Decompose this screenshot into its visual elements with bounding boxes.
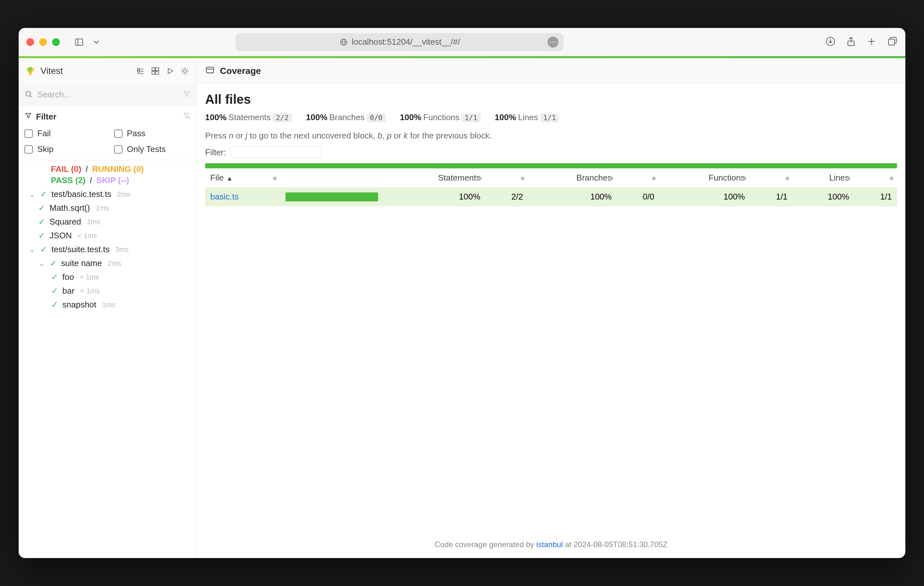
check-icon: ✓: [40, 189, 48, 199]
col-lines-frac[interactable]: ◆: [854, 168, 897, 187]
tree-test[interactable]: ✓ Squared 1ms: [19, 215, 196, 229]
cell-func-pct: 100%: [659, 187, 750, 206]
svg-rect-18: [156, 67, 158, 70]
tree-suite[interactable]: ⌄ ✓ suite name 2ms: [19, 256, 196, 270]
svg-line-32: [30, 95, 31, 97]
status-skip: SKIP (--): [96, 175, 129, 185]
check-icon: ✓: [51, 300, 58, 310]
chevron-down-icon[interactable]: [91, 36, 102, 48]
search-bar: [19, 84, 196, 106]
coverage-body: All files 100%Statements2/2 100%Branches…: [197, 84, 905, 206]
tree-test[interactable]: ✓ Math.sqrt() 1ms: [19, 201, 196, 215]
coverage-icon: [205, 66, 215, 76]
col-lines[interactable]: Lines◆: [793, 168, 855, 187]
filter-fail-check[interactable]: Fail: [25, 128, 101, 138]
search-icon: [25, 90, 33, 100]
svg-rect-13: [138, 70, 140, 72]
clear-filter-icon[interactable]: [182, 112, 191, 122]
browser-right-actions: [825, 36, 898, 48]
minimize-window-button[interactable]: [39, 38, 47, 46]
svg-point-22: [183, 69, 186, 72]
tree-test[interactable]: ✓ snapshot 1ms: [19, 298, 196, 312]
sidebar-toggle-icon[interactable]: [73, 36, 85, 48]
reader-badge-icon[interactable]: ⋯: [548, 37, 558, 48]
status-running: RUNNING (0): [92, 164, 144, 174]
coverage-filter-input[interactable]: [231, 146, 320, 158]
cell-stat-pct: 100%: [383, 187, 485, 206]
col-branches-frac[interactable]: ◆: [617, 168, 660, 187]
tree-file[interactable]: ⌄ ✓ test/basic.test.ts 2ms: [19, 187, 196, 201]
browser-toolbar: localhost:51204/__vitest__/#/ ⋯: [19, 28, 905, 56]
col-file[interactable]: File▲◆: [205, 168, 280, 187]
coverage-heading: All files: [205, 92, 897, 107]
cell-stat-frac: 2/2: [485, 187, 528, 206]
vitest-app: Vitest Filter: [19, 58, 905, 558]
close-window-button[interactable]: [26, 38, 34, 46]
cell-branch-frac: 0/0: [617, 187, 660, 206]
fullscreen-window-button[interactable]: [52, 38, 60, 46]
vitest-logo-icon: [25, 65, 36, 77]
filter-pass-check[interactable]: Pass: [114, 128, 191, 138]
tree-test[interactable]: ✓ foo < 1ms: [19, 270, 196, 284]
svg-marker-34: [26, 114, 31, 118]
keyboard-hint: Press n or j to go to the next uncovered…: [205, 131, 897, 141]
status-pass: PASS (2): [51, 175, 86, 185]
filter-skip-check[interactable]: Skip: [25, 144, 101, 154]
run-icon[interactable]: [164, 65, 176, 77]
new-tab-icon[interactable]: [866, 36, 877, 48]
check-icon: ✓: [51, 286, 58, 296]
tree-file[interactable]: ⌄ ✓ test/suite.test.ts 3ms: [19, 242, 196, 256]
coverage-footer: Code coverage generated by istanbul at 2…: [197, 533, 905, 558]
col-statements-frac[interactable]: ◆: [485, 168, 528, 187]
svg-rect-38: [206, 67, 214, 73]
istanbul-link[interactable]: istanbul: [536, 540, 563, 549]
dashboard-icon[interactable]: [150, 65, 161, 77]
tree-test[interactable]: ✓ bar < 1ms: [19, 284, 196, 298]
metric-functions: 100%Functions1/1: [400, 112, 481, 122]
svg-line-27: [182, 68, 183, 69]
check-icon: ✓: [40, 245, 48, 254]
file-link[interactable]: basic.ts: [210, 192, 239, 201]
col-statements[interactable]: Statements◆: [383, 168, 485, 187]
app-title: Vitest: [41, 66, 130, 76]
check-icon: ✓: [38, 203, 46, 213]
url-text: localhost:51204/__vitest__/#/: [352, 37, 460, 47]
check-icon: ✓: [51, 272, 58, 282]
sidebar: Vitest Filter: [19, 58, 197, 558]
col-functions-frac[interactable]: ◆: [750, 168, 793, 187]
svg-rect-17: [152, 67, 155, 70]
metric-statements: 100%Statements2/2: [205, 112, 292, 122]
theme-icon[interactable]: [179, 65, 191, 77]
svg-marker-33: [183, 92, 189, 96]
svg-rect-19: [152, 71, 155, 74]
chevron-down-icon: ⌄: [28, 245, 36, 254]
check-icon: ✓: [50, 258, 57, 268]
tabs-icon[interactable]: [887, 36, 898, 48]
filter-title: Filter: [36, 112, 56, 122]
filter-only-check[interactable]: Only Tests: [114, 144, 191, 154]
test-tree: ⌄ ✓ test/basic.test.ts 2ms ✓ Math.sqrt()…: [19, 185, 196, 318]
filter-icon: [25, 112, 32, 122]
coverage-progress-bar: [205, 163, 897, 168]
col-branches[interactable]: Branches◆: [528, 168, 617, 187]
cell-branch-pct: 100%: [528, 187, 617, 206]
status-summary: FAIL (0) / RUNNING (0): [19, 160, 196, 174]
tree-test[interactable]: ✓ JSON < 1ms: [19, 229, 196, 242]
svg-point-31: [26, 91, 31, 96]
list-view-icon[interactable]: [135, 65, 146, 77]
sidebar-header: Vitest: [19, 58, 196, 84]
share-icon[interactable]: [846, 36, 856, 48]
coverage-filter-label: Filter:: [205, 148, 226, 157]
svg-rect-20: [156, 71, 158, 74]
col-functions[interactable]: Functions◆: [659, 168, 750, 187]
search-input[interactable]: [37, 90, 178, 100]
address-bar[interactable]: localhost:51204/__vitest__/#/ ⋯: [236, 33, 564, 51]
svg-rect-0: [76, 39, 83, 45]
collapse-filter-icon[interactable]: [182, 90, 191, 100]
downloads-icon[interactable]: [825, 36, 836, 48]
svg-marker-35: [183, 113, 189, 118]
status-fail: FAIL (0): [51, 164, 81, 174]
cell-line-pct: 100%: [793, 187, 855, 206]
metric-lines: 100%Lines1/1: [495, 112, 559, 122]
table-row: basic.ts 100% 2/2 100% 0/0 100% 1/1 100%…: [205, 187, 897, 206]
